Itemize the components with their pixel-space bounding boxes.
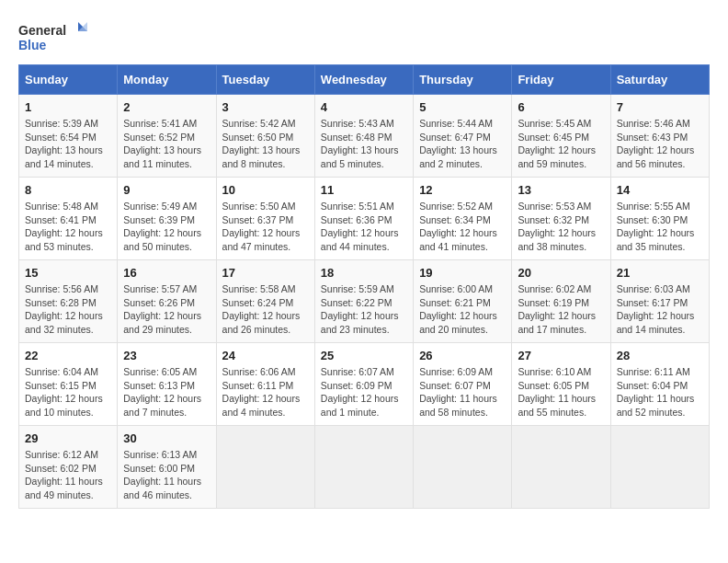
weekday-header-friday: Friday xyxy=(512,65,610,95)
day-info: Sunrise: 6:04 AM Sunset: 6:15 PM Dayligh… xyxy=(25,365,111,419)
day-info: Sunrise: 6:11 AM Sunset: 6:04 PM Dayligh… xyxy=(617,365,703,419)
calendar-cell: 30Sunrise: 6:13 AM Sunset: 6:00 PM Dayli… xyxy=(118,426,216,509)
calendar-cell xyxy=(216,426,314,509)
calendar-cell: 14Sunrise: 5:55 AM Sunset: 6:30 PM Dayli… xyxy=(610,178,709,260)
day-info: Sunrise: 6:03 AM Sunset: 6:17 PM Dayligh… xyxy=(617,282,703,337)
day-number: 7 xyxy=(617,100,703,114)
calendar-cell: 3Sunrise: 5:42 AM Sunset: 6:50 PM Daylig… xyxy=(216,95,314,178)
day-number: 29 xyxy=(25,431,111,445)
weekday-header-thursday: Thursday xyxy=(414,65,512,95)
weekday-header-sunday: Sunday xyxy=(19,65,118,95)
day-number: 30 xyxy=(123,431,210,445)
day-info: Sunrise: 5:43 AM Sunset: 6:48 PM Dayligh… xyxy=(321,117,407,171)
logo: General Blue xyxy=(18,18,92,55)
calendar-table: SundayMondayTuesdayWednesdayThursdayFrid… xyxy=(18,64,710,509)
calendar-cell xyxy=(414,426,512,509)
day-info: Sunrise: 5:39 AM Sunset: 6:54 PM Dayligh… xyxy=(25,117,111,171)
calendar-cell xyxy=(610,426,709,509)
day-number: 13 xyxy=(518,183,604,197)
day-info: Sunrise: 5:58 AM Sunset: 6:24 PM Dayligh… xyxy=(222,282,309,337)
week-row-2: 8Sunrise: 5:48 AM Sunset: 6:41 PM Daylig… xyxy=(19,178,710,260)
calendar-cell: 25Sunrise: 6:07 AM Sunset: 6:09 PM Dayli… xyxy=(314,343,413,426)
day-number: 17 xyxy=(222,266,309,280)
calendar-cell: 21Sunrise: 6:03 AM Sunset: 6:17 PM Dayli… xyxy=(610,260,709,343)
day-number: 21 xyxy=(617,266,703,280)
day-number: 22 xyxy=(25,349,111,362)
day-number: 8 xyxy=(25,183,111,197)
day-number: 27 xyxy=(518,349,604,362)
calendar-cell: 27Sunrise: 6:10 AM Sunset: 6:05 PM Dayli… xyxy=(512,343,610,426)
day-info: Sunrise: 5:42 AM Sunset: 6:50 PM Dayligh… xyxy=(222,117,309,171)
day-number: 4 xyxy=(321,100,407,114)
calendar-cell: 9Sunrise: 5:49 AM Sunset: 6:39 PM Daylig… xyxy=(118,178,216,260)
weekday-header-saturday: Saturday xyxy=(610,65,709,95)
day-number: 14 xyxy=(617,183,703,197)
calendar-cell: 12Sunrise: 5:52 AM Sunset: 6:34 PM Dayli… xyxy=(414,178,512,260)
calendar-cell: 10Sunrise: 5:50 AM Sunset: 6:37 PM Dayli… xyxy=(216,178,314,260)
calendar-cell: 17Sunrise: 5:58 AM Sunset: 6:24 PM Dayli… xyxy=(216,260,314,343)
day-info: Sunrise: 6:06 AM Sunset: 6:11 PM Dayligh… xyxy=(222,365,309,419)
header-row: SundayMondayTuesdayWednesdayThursdayFrid… xyxy=(19,65,710,95)
day-number: 2 xyxy=(123,100,210,114)
calendar-cell: 16Sunrise: 5:57 AM Sunset: 6:26 PM Dayli… xyxy=(118,260,216,343)
day-info: Sunrise: 6:02 AM Sunset: 6:19 PM Dayligh… xyxy=(518,282,604,337)
day-info: Sunrise: 5:50 AM Sunset: 6:37 PM Dayligh… xyxy=(222,200,309,254)
calendar-cell: 4Sunrise: 5:43 AM Sunset: 6:48 PM Daylig… xyxy=(314,95,413,178)
calendar-cell xyxy=(512,426,610,509)
calendar-cell: 13Sunrise: 5:53 AM Sunset: 6:32 PM Dayli… xyxy=(512,178,610,260)
day-info: Sunrise: 5:57 AM Sunset: 6:26 PM Dayligh… xyxy=(123,282,210,337)
week-row-4: 22Sunrise: 6:04 AM Sunset: 6:15 PM Dayli… xyxy=(19,343,710,426)
day-info: Sunrise: 5:48 AM Sunset: 6:41 PM Dayligh… xyxy=(25,200,111,254)
day-number: 15 xyxy=(25,266,111,280)
day-number: 18 xyxy=(321,266,407,280)
calendar-cell: 18Sunrise: 5:59 AM Sunset: 6:22 PM Dayli… xyxy=(314,260,413,343)
calendar-cell: 5Sunrise: 5:44 AM Sunset: 6:47 PM Daylig… xyxy=(414,95,512,178)
calendar-cell: 20Sunrise: 6:02 AM Sunset: 6:19 PM Dayli… xyxy=(512,260,610,343)
weekday-header-monday: Monday xyxy=(118,65,216,95)
day-info: Sunrise: 5:55 AM Sunset: 6:30 PM Dayligh… xyxy=(617,200,703,254)
day-info: Sunrise: 5:44 AM Sunset: 6:47 PM Dayligh… xyxy=(419,117,506,171)
calendar-cell: 1Sunrise: 5:39 AM Sunset: 6:54 PM Daylig… xyxy=(19,95,118,178)
day-info: Sunrise: 5:56 AM Sunset: 6:28 PM Dayligh… xyxy=(25,282,111,337)
calendar-cell: 23Sunrise: 6:05 AM Sunset: 6:13 PM Dayli… xyxy=(118,343,216,426)
day-number: 23 xyxy=(123,349,210,362)
week-row-3: 15Sunrise: 5:56 AM Sunset: 6:28 PM Dayli… xyxy=(19,260,710,343)
day-number: 6 xyxy=(518,100,604,114)
day-number: 12 xyxy=(419,183,506,197)
day-number: 5 xyxy=(419,100,506,114)
day-info: Sunrise: 5:52 AM Sunset: 6:34 PM Dayligh… xyxy=(419,200,506,254)
day-info: Sunrise: 6:05 AM Sunset: 6:13 PM Dayligh… xyxy=(123,365,210,419)
calendar-cell: 7Sunrise: 5:46 AM Sunset: 6:43 PM Daylig… xyxy=(610,95,709,178)
day-info: Sunrise: 6:09 AM Sunset: 6:07 PM Dayligh… xyxy=(419,365,506,419)
day-info: Sunrise: 6:07 AM Sunset: 6:09 PM Dayligh… xyxy=(321,365,407,419)
day-number: 24 xyxy=(222,349,309,362)
weekday-header-tuesday: Tuesday xyxy=(216,65,314,95)
day-info: Sunrise: 5:45 AM Sunset: 6:45 PM Dayligh… xyxy=(518,117,604,171)
day-info: Sunrise: 5:59 AM Sunset: 6:22 PM Dayligh… xyxy=(321,282,407,337)
calendar-cell: 29Sunrise: 6:12 AM Sunset: 6:02 PM Dayli… xyxy=(19,426,118,509)
day-number: 25 xyxy=(321,349,407,362)
calendar-cell: 22Sunrise: 6:04 AM Sunset: 6:15 PM Dayli… xyxy=(19,343,118,426)
day-number: 20 xyxy=(518,266,604,280)
calendar-cell: 26Sunrise: 6:09 AM Sunset: 6:07 PM Dayli… xyxy=(414,343,512,426)
svg-text:General: General xyxy=(18,23,66,38)
calendar-cell: 28Sunrise: 6:11 AM Sunset: 6:04 PM Dayli… xyxy=(610,343,709,426)
day-number: 9 xyxy=(123,183,210,197)
day-number: 26 xyxy=(419,349,506,362)
day-number: 10 xyxy=(222,183,309,197)
svg-text:Blue: Blue xyxy=(18,38,47,52)
page-header: General Blue xyxy=(18,18,710,55)
calendar-cell: 24Sunrise: 6:06 AM Sunset: 6:11 PM Dayli… xyxy=(216,343,314,426)
calendar-cell: 11Sunrise: 5:51 AM Sunset: 6:36 PM Dayli… xyxy=(314,178,413,260)
day-number: 19 xyxy=(419,266,506,280)
day-info: Sunrise: 5:41 AM Sunset: 6:52 PM Dayligh… xyxy=(123,117,210,171)
day-info: Sunrise: 6:12 AM Sunset: 6:02 PM Dayligh… xyxy=(25,448,111,502)
day-info: Sunrise: 5:53 AM Sunset: 6:32 PM Dayligh… xyxy=(518,200,604,254)
weekday-header-wednesday: Wednesday xyxy=(314,65,413,95)
day-number: 11 xyxy=(321,183,407,197)
day-info: Sunrise: 5:46 AM Sunset: 6:43 PM Dayligh… xyxy=(617,117,703,171)
week-row-1: 1Sunrise: 5:39 AM Sunset: 6:54 PM Daylig… xyxy=(19,95,710,178)
day-number: 16 xyxy=(123,266,210,280)
calendar-cell: 8Sunrise: 5:48 AM Sunset: 6:41 PM Daylig… xyxy=(19,178,118,260)
day-number: 1 xyxy=(25,100,111,114)
